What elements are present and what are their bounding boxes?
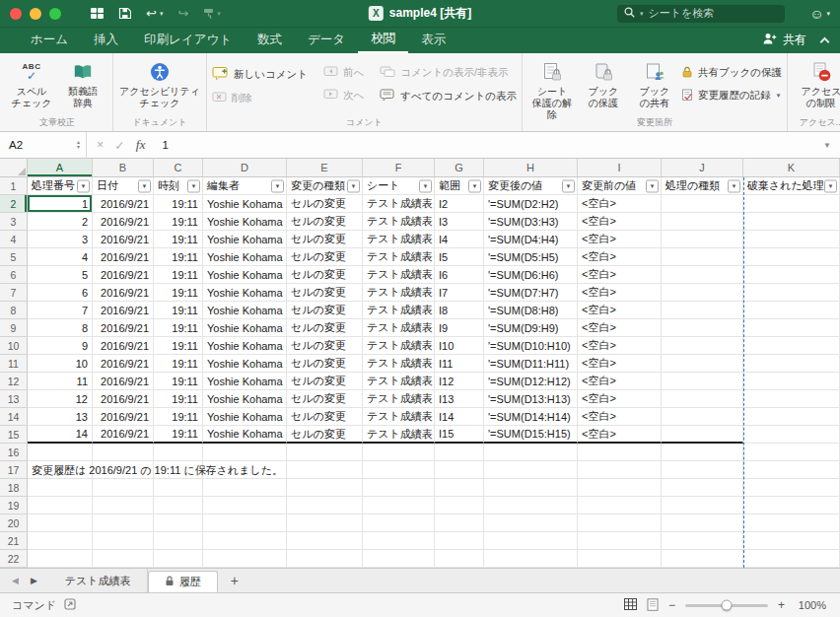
cell-J17[interactable] (662, 461, 743, 479)
row-header-19[interactable]: 19 (0, 497, 28, 514)
cell-F16[interactable] (363, 444, 435, 461)
cell-J19[interactable] (662, 497, 743, 514)
cell-H3[interactable]: '=SUM(D3:H3) (484, 213, 578, 231)
cell-C11[interactable]: 19:11 (154, 355, 203, 373)
cell-H16[interactable] (484, 444, 578, 461)
cell-D16[interactable] (203, 444, 287, 461)
name-box[interactable]: A2 ▴▾ (0, 132, 87, 158)
cell-C2[interactable]: 19:11 (154, 195, 203, 213)
search-scope-caret-icon[interactable]: ▾ (640, 10, 644, 18)
cell-G21[interactable] (435, 532, 484, 550)
cell-B9[interactable]: 2016/9/21 (93, 319, 154, 337)
row-header-4[interactable]: 4 (0, 231, 28, 248)
cell-H15[interactable]: '=SUM(D15:H15) (484, 426, 578, 444)
cell-G18[interactable] (435, 479, 484, 497)
previous-comment-button[interactable]: 前へ (323, 66, 364, 80)
cell-D5[interactable]: Yoshie Kohama (203, 248, 287, 266)
cell-B21[interactable] (93, 532, 154, 550)
cell-E3[interactable]: セルの変更 (287, 213, 363, 231)
cell-A9[interactable]: 8 (28, 319, 93, 337)
cell-H13[interactable]: '=SUM(D13:H13) (484, 390, 578, 408)
row-header-21[interactable]: 21 (0, 532, 28, 550)
cell-J20[interactable] (662, 514, 743, 532)
row-header-18[interactable]: 18 (0, 479, 28, 497)
cell-H4[interactable]: '=SUM(D4:H4) (484, 231, 578, 248)
delete-comment-button[interactable]: 削除 (212, 92, 308, 105)
cell-H14[interactable]: '=SUM(D14:H14) (484, 408, 578, 426)
cell-C10[interactable]: 19:11 (154, 337, 203, 355)
cell-A15[interactable]: 14 (28, 426, 93, 444)
column-header-B[interactable]: B (93, 159, 154, 176)
cell-C4[interactable]: 19:11 (154, 231, 203, 248)
cell-K2[interactable] (743, 195, 840, 213)
column-header-A[interactable]: A (28, 159, 93, 176)
zoom-out-button[interactable]: − (668, 598, 675, 612)
cell-K12[interactable] (743, 373, 840, 390)
cell-D9[interactable]: Yoshie Kohama (203, 319, 287, 337)
cell-B6[interactable]: 2016/9/21 (93, 266, 154, 284)
cell-E2[interactable]: セルの変更 (287, 195, 363, 213)
cell-B11[interactable]: 2016/9/21 (93, 355, 154, 373)
cell-B22[interactable] (93, 550, 154, 568)
fullscreen-window-button[interactable] (49, 8, 61, 20)
save-icon[interactable] (118, 7, 131, 20)
cell-J6[interactable] (662, 266, 743, 284)
cell-G9[interactable]: I9 (435, 319, 484, 337)
cell-K8[interactable] (743, 302, 840, 319)
cell-E6[interactable]: セルの変更 (287, 266, 363, 284)
cell-A14[interactable]: 13 (28, 408, 93, 426)
cell-C1[interactable]: 時刻▼ (154, 177, 203, 195)
cell-B18[interactable] (93, 479, 154, 497)
cell-I3[interactable]: <空白> (578, 213, 662, 231)
cell-J1[interactable]: 処理の種類▼ (662, 177, 743, 195)
cell-K4[interactable] (743, 231, 840, 248)
row-header-7[interactable]: 7 (0, 284, 28, 302)
cell-E8[interactable]: セルの変更 (287, 302, 363, 319)
cell-D18[interactable] (203, 479, 287, 497)
format-painter-icon[interactable]: ▾ (203, 8, 221, 20)
cell-B19[interactable] (93, 497, 154, 514)
cell-B10[interactable]: 2016/9/21 (93, 337, 154, 355)
cell-G7[interactable]: I7 (435, 284, 484, 302)
cell-H11[interactable]: '=SUM(D11:H11) (484, 355, 578, 373)
cell-F20[interactable] (363, 514, 435, 532)
cell-B13[interactable]: 2016/9/21 (93, 390, 154, 408)
row-header-1[interactable]: 1 (0, 177, 28, 195)
sheet-tab-履歴[interactable]: 履歴 (148, 571, 218, 592)
cell-C13[interactable]: 19:11 (154, 390, 203, 408)
cell-J3[interactable] (662, 213, 743, 231)
cell-E19[interactable] (287, 497, 363, 514)
cell-D4[interactable]: Yoshie Kohama (203, 231, 287, 248)
cell-I1[interactable]: 変更前の値▼ (578, 177, 662, 195)
cell-I10[interactable]: <空白> (578, 337, 662, 355)
cell-B20[interactable] (93, 514, 154, 532)
view-grid-icon[interactable] (91, 8, 104, 19)
enter-icon[interactable]: ✓ (114, 138, 124, 153)
cell-K22[interactable] (743, 550, 840, 568)
cell-K9[interactable] (743, 319, 840, 337)
filter-button-H[interactable]: ▼ (562, 179, 575, 192)
cell-C14[interactable]: 19:11 (154, 408, 203, 426)
cell-K3[interactable] (743, 213, 840, 231)
cell-C18[interactable] (154, 479, 203, 497)
cell-A10[interactable]: 9 (28, 337, 93, 355)
zoom-slider[interactable] (685, 604, 768, 607)
cell-C5[interactable]: 19:11 (154, 248, 203, 266)
cell-G15[interactable]: I15 (435, 426, 484, 444)
cell-H21[interactable] (484, 532, 578, 550)
cell-E9[interactable]: セルの変更 (287, 319, 363, 337)
cell-H2[interactable]: '=SUM(D2:H2) (484, 195, 578, 213)
new-comment-button[interactable]: 新しいコメント (212, 66, 308, 83)
cell-E18[interactable] (287, 479, 363, 497)
cell-I9[interactable]: <空白> (578, 319, 662, 337)
cell-K18[interactable] (743, 479, 840, 497)
ribbon-tab-データ[interactable]: データ (295, 27, 358, 53)
track-changes-button[interactable]: 変更履歴の記録 ▾ (681, 89, 782, 103)
zoom-in-button[interactable]: + (778, 598, 785, 612)
cell-I15[interactable]: <空白> (578, 426, 662, 444)
cell-B2[interactable]: 2016/9/21 (93, 195, 154, 213)
cell-G14[interactable]: I14 (435, 408, 484, 426)
zoom-slider-knob[interactable] (721, 600, 732, 611)
cell-A20[interactable] (28, 514, 93, 532)
cell-F4[interactable]: テスト成績表 (363, 231, 435, 248)
